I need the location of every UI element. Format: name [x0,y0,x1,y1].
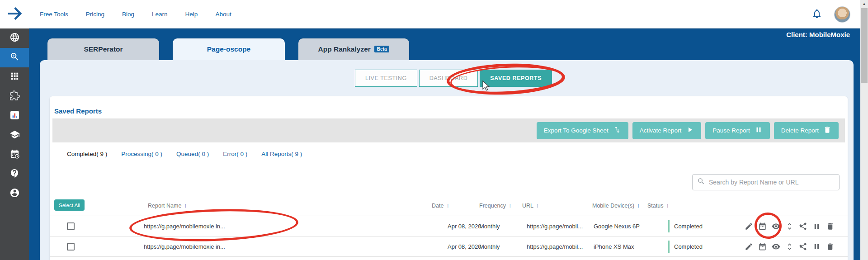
calendar-icon[interactable] [758,242,767,251]
nav-learn[interactable]: Learn [152,11,168,18]
trash-icon[interactable] [826,242,835,251]
report-url: https://g.page/mobil... [527,237,583,256]
bulk-actions-toolbar: Export To Google Sheet Activate Report P… [52,118,845,142]
client-label: Client: MobileMoxie [786,31,850,38]
main-area: Client: MobileMoxie SERPerator Page-osco… [29,28,860,260]
report-frequency: Monthly [479,216,500,236]
nav-about[interactable]: About [215,11,231,18]
filter-queued[interactable]: Queued( 0 ) [176,151,209,157]
share-icon[interactable] [799,222,807,231]
page-scrollbar: ▲ [860,0,868,260]
subtab-live-testing[interactable]: LIVE TESTING [355,70,417,87]
top-nav: Free Tools Pricing Blog Learn Help About [40,11,231,18]
trash-icon[interactable] [826,222,835,231]
activate-report-button[interactable]: Activate Report [632,122,701,139]
filter-completed[interactable]: Completed( 9 ) [67,151,107,157]
nav-free-tools[interactable]: Free Tools [40,11,68,18]
col-label: URL [522,203,533,209]
report-date: Apr 08, 2020 [448,237,481,256]
report-frequency: Monthly [479,237,500,256]
sidebar-item-help[interactable] [0,165,29,184]
pause-button-label: Pause Report [712,127,750,134]
search-input[interactable] [709,179,835,186]
share-icon[interactable] [799,242,807,251]
row-checkbox[interactable] [67,222,75,230]
apps-grid-icon [9,71,20,83]
saved-reports-card: Saved Reports Export To Google Sheet Act… [50,96,848,260]
report-name-link[interactable]: https://g.page/mobilemoxie in... [144,237,225,256]
sidebar-item-serp[interactable] [0,28,29,48]
sidebar-item-schedule[interactable] [0,145,29,165]
column-header-mobile-devices[interactable]: Mobile Device(s) ↑ [592,202,640,209]
subtab-dashboard[interactable]: DASHBOARD [419,70,478,87]
column-header-date[interactable]: Date ↑ [432,202,449,209]
tab-app-rankalyzer-label: App Rankalyzer [318,45,371,53]
person-circle-icon [9,188,20,200]
column-header-frequency[interactable]: Frequency ↑ [479,202,512,209]
report-url: https://g.page/mobil... [527,216,583,236]
sidebar-item-apps[interactable] [0,67,29,87]
status-indicator [668,241,670,253]
pause-icon[interactable] [812,222,821,231]
col-label: Mobile Device(s) [592,203,634,209]
graduation-cap-icon [9,129,20,142]
puzzle-icon [9,90,20,103]
sort-asc-icon: ↑ [637,202,640,209]
nav-blog[interactable]: Blog [122,11,134,18]
page-oscope-panel: LIVE TESTING DASHBOARD SAVED REPORTS Sav… [40,60,854,260]
scrollbar-thumb[interactable] [861,8,868,83]
unfold-more-icon[interactable] [785,222,794,231]
sort-asc-icon: ↑ [509,202,512,209]
status-label: Completed [674,223,703,230]
delete-report-button[interactable]: Delete Report [774,122,839,139]
tab-page-oscope[interactable]: Page-oscope [173,38,285,60]
status-filters: Completed( 9 ) Processing( 0 ) Queued( 0… [67,151,302,157]
scrollbar-up-arrow[interactable]: ▲ [860,0,868,8]
bar-chart-icon [9,110,20,122]
report-name-link[interactable]: https://g.page/mobilemoxie in... [144,216,225,236]
table-row: https://g.page/mobilemoxie in... Apr 08,… [50,216,848,236]
view-eye-icon[interactable] [772,242,780,251]
sidebar-item-page-oscope[interactable] [0,48,29,67]
nav-pricing[interactable]: Pricing [86,11,104,18]
pause-report-button[interactable]: Pause Report [705,122,770,139]
export-to-google-sheet-button[interactable]: Export To Google Sheet [537,122,628,139]
report-status: Completed [668,216,703,236]
notifications-bell-icon[interactable] [811,8,822,21]
column-header-status[interactable]: Status ↑ [647,202,669,209]
subtab-saved-reports[interactable]: SAVED REPORTS [480,70,552,87]
sort-asc-icon: ↑ [666,202,669,209]
tab-serperator[interactable]: SERPerator [47,38,159,60]
app-logo[interactable] [0,0,29,28]
tab-page-oscope-label: Page-oscope [207,45,250,53]
column-header-report-name[interactable]: Report Name ↑ [148,202,187,209]
edit-icon[interactable] [745,222,753,231]
tab-app-rankalyzer[interactable]: App Rankalyzer Beta [298,38,409,60]
sidebar-item-academy[interactable] [0,126,29,145]
filter-error[interactable]: Error( 0 ) [223,151,247,157]
user-avatar[interactable] [834,6,850,23]
sub-tabs: LIVE TESTING DASHBOARD SAVED REPORTS [355,70,552,87]
trash-icon [823,126,831,135]
search-box [692,174,840,190]
report-device: Google Nexus 6P [594,216,640,236]
unfold-more-icon[interactable] [785,242,794,251]
page-title: Saved Reports [54,107,102,115]
play-icon [686,126,694,135]
globe-icon [9,32,20,44]
filter-processing[interactable]: Processing( 0 ) [121,151,162,157]
view-eye-icon[interactable] [772,222,780,231]
filter-all-reports[interactable]: All Reports( 9 ) [261,151,302,157]
pause-icon[interactable] [812,242,821,251]
calendar-icon[interactable] [758,222,767,231]
nav-help[interactable]: Help [185,11,198,18]
sidebar-item-extensions[interactable] [0,87,29,106]
edit-icon[interactable] [745,242,753,251]
sort-asc-icon: ↑ [536,202,539,209]
sidebar-item-analytics[interactable] [0,106,29,126]
row-checkbox[interactable] [67,243,75,251]
sidebar-item-account[interactable] [0,184,29,203]
beta-badge: Beta [374,46,390,52]
column-header-url[interactable]: URL ↑ [522,202,539,209]
col-label: Date [432,203,443,209]
